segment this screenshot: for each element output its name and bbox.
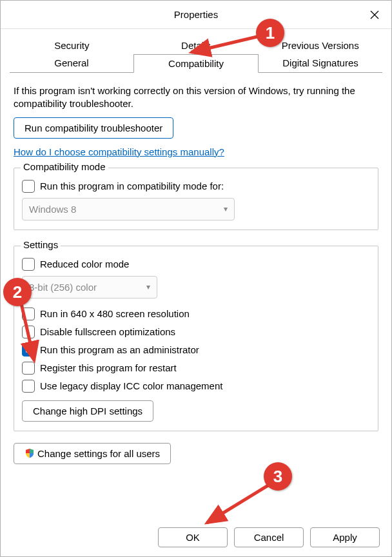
tab-digital-signatures[interactable]: Digital Signatures xyxy=(259,54,382,72)
legacy-icc-checkbox[interactable] xyxy=(22,380,35,393)
disable-fullscreen-label: Disable fullscreen optimizations xyxy=(40,326,175,337)
compat-mode-legend: Compatibility mode xyxy=(21,161,108,172)
run-troubleshooter-button[interactable]: Run compatibility troubleshooter xyxy=(14,117,173,139)
apply-button[interactable]: Apply xyxy=(310,527,380,547)
reduced-color-checkbox[interactable] xyxy=(22,258,35,271)
change-all-users-label: Change settings for all users xyxy=(37,448,160,459)
tab-content: If this program isn't working correctly … xyxy=(1,73,391,464)
disable-fullscreen-checkbox[interactable] xyxy=(22,326,35,338)
chevron-down-icon: ▾ xyxy=(146,282,150,291)
settings-legend: Settings xyxy=(21,239,61,250)
register-restart-label: Register this program for restart xyxy=(40,362,177,373)
compat-mode-checkbox[interactable] xyxy=(22,180,35,193)
titlebar: Properties xyxy=(1,1,391,29)
legacy-icc-label: Use legacy display ICC color management xyxy=(40,380,222,391)
compat-mode-select-value: Windows 8 xyxy=(29,204,76,215)
help-link[interactable]: How do I choose compatibility settings m… xyxy=(14,146,224,157)
compatibility-mode-group: Compatibility mode Run this program in c… xyxy=(14,168,378,230)
close-button[interactable] xyxy=(358,1,391,29)
shield-icon xyxy=(24,448,35,458)
properties-dialog: Properties Security Details Previous Ver… xyxy=(0,0,392,557)
run-as-admin-checkbox[interactable] xyxy=(22,344,35,357)
dialog-buttons: OK Cancel Apply xyxy=(158,527,380,547)
tab-details[interactable]: Details xyxy=(134,37,259,54)
reduced-color-label: Reduced color mode xyxy=(40,259,129,269)
change-all-users-button[interactable]: Change settings for all users xyxy=(14,443,171,464)
compat-mode-select[interactable]: Windows 8 ▾ xyxy=(22,198,235,220)
change-dpi-button[interactable]: Change high DPI settings xyxy=(22,400,153,422)
window-title: Properties xyxy=(174,9,218,20)
run-640-checkbox[interactable] xyxy=(22,308,35,320)
cancel-button[interactable]: Cancel xyxy=(234,527,304,547)
settings-group: Settings Reduced color mode 8-bit (256) … xyxy=(14,246,378,431)
annotation-badge-1: 1 xyxy=(256,19,284,47)
svg-line-4 xyxy=(207,484,270,523)
color-mode-value: 8-bit (256) color xyxy=(29,282,97,293)
annotation-badge-3: 3 xyxy=(264,462,292,491)
tab-general[interactable]: General xyxy=(10,54,133,72)
run-as-admin-label: Run this program as an administrator xyxy=(40,344,199,355)
close-icon xyxy=(370,10,379,19)
compat-mode-label: Run this program in compatibility mode f… xyxy=(40,181,224,191)
intro-text: If this program isn't working correctly … xyxy=(14,84,378,111)
annotation-badge-2: 2 xyxy=(3,278,32,306)
tab-compatibility[interactable]: Compatibility xyxy=(133,54,259,73)
color-mode-select[interactable]: 8-bit (256) color ▾ xyxy=(22,276,157,298)
register-restart-checkbox[interactable] xyxy=(22,362,35,375)
annotation-arrow-3 xyxy=(201,479,278,531)
ok-button[interactable]: OK xyxy=(158,527,228,547)
chevron-down-icon: ▾ xyxy=(224,204,228,213)
tab-security[interactable]: Security xyxy=(10,37,134,54)
run-640-label: Run in 640 x 480 screen resolution xyxy=(40,308,190,319)
tabs: Security Details Previous Versions Gener… xyxy=(10,37,382,73)
